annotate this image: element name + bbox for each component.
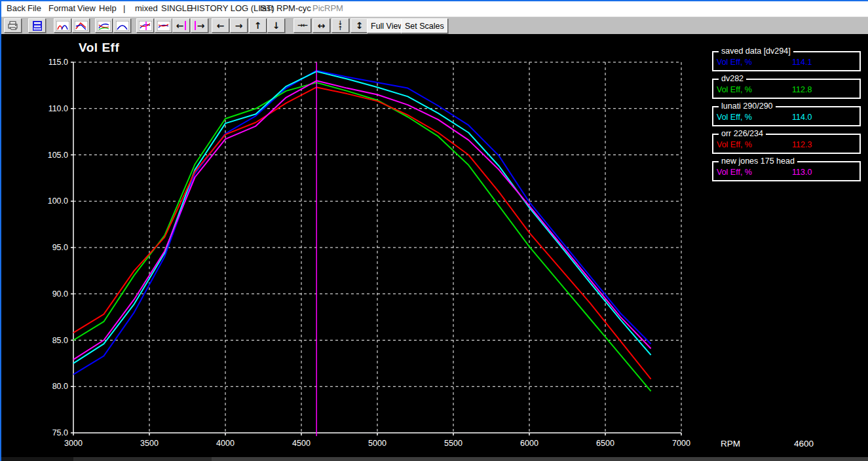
cursor-step-left-button[interactable]: ← <box>172 18 190 33</box>
legend-title: orr 226/234 <box>719 129 766 138</box>
graph-peak-button[interactable] <box>72 18 90 33</box>
pan-down-icon: ↓ <box>273 21 280 30</box>
menu-separator: | <box>122 0 126 16</box>
legend-title: lunati 290/290 <box>719 101 776 111</box>
compress-x-button[interactable]: →← <box>293 18 311 33</box>
printer-icon <box>7 21 19 31</box>
graph-compare-icon <box>157 21 170 31</box>
svg-text:90.0: 90.0 <box>52 289 68 299</box>
legend-series-label: Vol Eff, % <box>717 58 752 67</box>
legend-title: saved data [dv294] <box>719 46 793 56</box>
graph-compare-button[interactable] <box>155 18 172 33</box>
legend-series-value: 112.8 <box>792 85 812 94</box>
compress-y-button[interactable]: ↓↑ <box>331 18 349 33</box>
svg-text:7000: 7000 <box>672 439 690 448</box>
pan-up-icon: ↑ <box>254 21 262 30</box>
svg-text:6500: 6500 <box>596 439 614 448</box>
svg-text:80.0: 80.0 <box>52 382 68 391</box>
graph-multi-icon <box>98 21 111 31</box>
pan-left-button[interactable]: ← <box>212 18 229 33</box>
window-border-top <box>0 0 868 1</box>
legend-series-value: 113.0 <box>792 168 812 177</box>
menu-view[interactable]: View <box>76 0 97 16</box>
toolbar: ← → ← → ↑ ↓ →← ↔ ↓↑ ↕ Full View Set Scal… <box>0 16 868 34</box>
menu-mixed[interactable]: mixed <box>134 0 159 16</box>
taskbar-segment <box>0 457 73 461</box>
expand-y-button[interactable]: ↕ <box>350 18 368 33</box>
menu-back[interactable]: Back <box>5 0 27 16</box>
cursor-step-left-icon: ← <box>176 21 187 30</box>
menu-rpm-cyc[interactable]: RPM-cyc <box>275 0 312 16</box>
legend-box-orr: orr 226/234 Vol Eff, % 112.3 <box>712 134 861 154</box>
graph-multi-button[interactable] <box>95 18 113 33</box>
svg-text:5000: 5000 <box>368 439 387 448</box>
svg-text:5500: 5500 <box>444 439 462 448</box>
graph-single-button[interactable] <box>113 18 131 33</box>
legend-series-label: Vol Eff, % <box>717 85 752 94</box>
save-icon <box>32 21 43 31</box>
legend-box-dv282: dv282 Vol Eff, % 112.8 <box>712 79 861 99</box>
save-button[interactable] <box>28 18 46 33</box>
svg-text:110.0: 110.0 <box>48 104 68 113</box>
menu-bar: Back File Format View Help | mixed SINGL… <box>0 0 868 16</box>
legend-series-label: Vol Eff, % <box>717 113 752 122</box>
menu-file[interactable]: File <box>26 0 43 16</box>
svg-text:85.0: 85.0 <box>52 336 68 345</box>
legend-row: Vol Eff, % 114.1 <box>715 56 858 69</box>
expand-x-button[interactable]: ↔ <box>312 18 330 33</box>
taskbar-segment <box>73 457 212 461</box>
graph-single-icon <box>116 21 129 31</box>
svg-text:3000: 3000 <box>64 439 83 448</box>
taskbar-strip <box>0 457 868 461</box>
legend-series-value: 112.3 <box>792 140 812 149</box>
expand-y-icon: ↕ <box>356 21 364 30</box>
graph-peak-icon <box>75 21 88 31</box>
legend-box-lunati: lunati 290/290 Vol Eff, % 114.0 <box>712 106 861 126</box>
expand-x-icon: ↔ <box>318 21 326 30</box>
pan-up-button[interactable]: ↑ <box>249 18 267 33</box>
window-border-left <box>0 0 1 461</box>
menu-last[interactable]: last <box>259 0 274 16</box>
graph-cursor-button[interactable] <box>136 18 154 33</box>
pan-down-button[interactable]: ↓ <box>267 18 285 33</box>
svg-text:105.0: 105.0 <box>48 151 68 160</box>
legend-title: dv282 <box>719 74 746 83</box>
svg-text:115.0: 115.0 <box>48 58 68 67</box>
menu-single[interactable]: SINGLE <box>160 0 194 16</box>
graph-overlay-button[interactable] <box>54 18 71 33</box>
svg-text:95.0: 95.0 <box>52 243 68 252</box>
menu-picrpm: PicRPM <box>311 0 345 16</box>
pan-right-button[interactable]: → <box>230 18 248 33</box>
svg-text:75.0: 75.0 <box>52 428 68 437</box>
pan-right-icon: → <box>235 21 243 30</box>
menu-help[interactable]: Help <box>98 0 118 16</box>
cursor-step-right-button[interactable]: → <box>191 18 208 33</box>
legend-title: new jones 175 head <box>719 157 797 166</box>
svg-text:4500: 4500 <box>292 439 311 448</box>
menu-format[interactable]: Format <box>47 0 77 16</box>
svg-text:100.0: 100.0 <box>48 196 68 206</box>
legend-box-saved-data: saved data [dv294] Vol Eff, % 114.1 <box>712 51 861 71</box>
print-button[interactable] <box>4 18 22 33</box>
set-scales-button[interactable]: Set Scales <box>401 18 448 33</box>
pan-left-icon: ← <box>217 21 225 30</box>
legend-row: Vol Eff, % 112.3 <box>715 139 858 152</box>
cursor-step-right-icon: → <box>195 21 205 30</box>
svg-text:4000: 4000 <box>216 439 235 448</box>
cursor-axis-label: RPM <box>721 439 740 449</box>
chart-region: Vol Eff 30003500400045005000550060006500… <box>0 34 868 457</box>
legend-series-value: 114.0 <box>792 113 812 122</box>
legend-row: Vol Eff, % 114.0 <box>715 111 858 124</box>
compress-x-icon: →← <box>297 22 307 29</box>
svg-text:3500: 3500 <box>140 439 159 448</box>
cursor-rpm-value: 4600 <box>794 439 814 449</box>
legend-box-new-jones: new jones 175 head Vol Eff, % 113.0 <box>712 161 861 181</box>
legend-row: Vol Eff, % 112.8 <box>715 84 858 97</box>
legend-row: Vol Eff, % 113.0 <box>715 166 858 179</box>
legend-series-label: Vol Eff, % <box>717 140 752 149</box>
graph-cursor-icon <box>139 21 152 31</box>
svg-text:6000: 6000 <box>520 439 538 448</box>
graph-overlay-icon <box>56 21 69 31</box>
compress-y-icon: ↓↑ <box>338 20 343 31</box>
legend-series-value: 114.1 <box>792 58 812 67</box>
